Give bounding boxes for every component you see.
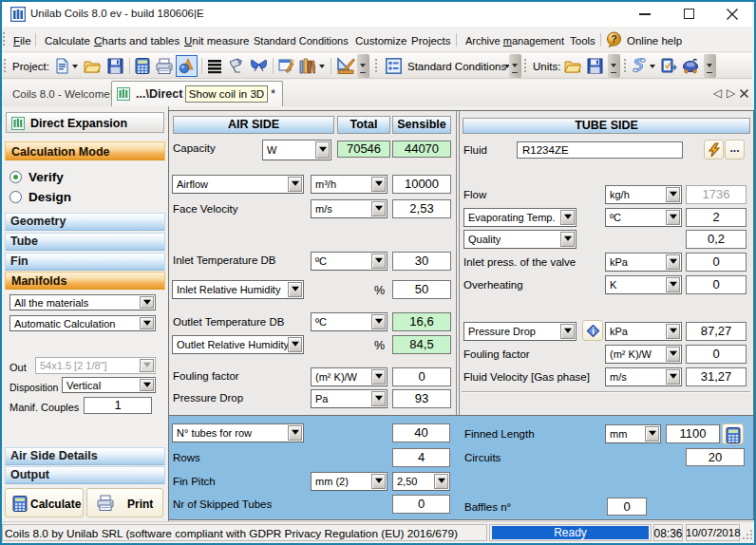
svg-text:i: i bbox=[592, 327, 595, 336]
svg-text:?: ? bbox=[611, 33, 616, 45]
